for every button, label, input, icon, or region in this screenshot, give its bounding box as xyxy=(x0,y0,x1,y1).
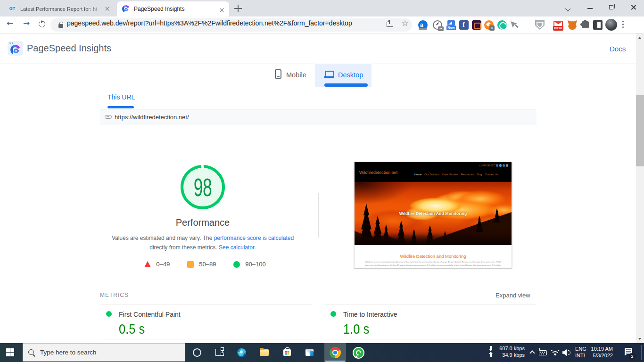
store-icon xyxy=(283,349,291,356)
share-icon[interactable] xyxy=(387,20,393,26)
facebook-extension-icon[interactable]: f xyxy=(459,20,469,30)
thumb-hero-title: Wildfire Detection And Monitoring xyxy=(355,211,512,216)
clicker-extension-icon[interactable] xyxy=(510,20,519,30)
taskbar-search[interactable] xyxy=(23,343,185,362)
back-button[interactable]: ← xyxy=(5,18,15,28)
docs-link[interactable]: Docs xyxy=(610,45,626,53)
page-scrollbar[interactable] xyxy=(636,33,644,343)
calc-link-1[interactable]: performance score is calculated xyxy=(214,235,294,241)
screen: GT Latest Performance Report for: ht Pag… xyxy=(0,0,644,362)
taskbar-clock[interactable]: 10:19 AM5/3/2022 xyxy=(587,346,613,359)
forward-button[interactable]: → xyxy=(22,18,31,28)
tab-mobile-label[interactable]: Mobile xyxy=(286,71,306,79)
profile-avatar[interactable] xyxy=(605,19,617,31)
task-view-button[interactable] xyxy=(207,343,230,362)
disclaimer-part2: directly from these metrics. xyxy=(149,244,219,251)
new-badge-extension-icon[interactable]: New xyxy=(446,20,456,30)
tab-close-icon[interactable] xyxy=(219,8,224,13)
a11y-extension-icon[interactable]: a xyxy=(418,20,428,30)
bookmark-star-icon[interactable]: ☆ xyxy=(400,17,410,29)
reader-extension-icon[interactable] xyxy=(593,20,603,30)
tab-close-icon[interactable] xyxy=(105,6,110,11)
vertical-divider xyxy=(318,193,319,238)
start-button[interactable] xyxy=(6,348,14,356)
thumb-nav-blog: Blog xyxy=(477,173,482,176)
new-tab-button[interactable] xyxy=(234,5,242,12)
scrollbar-down-icon[interactable] xyxy=(638,338,641,340)
legend-pass-range: 90–100 xyxy=(245,261,265,268)
notification-badge: 2 xyxy=(629,353,636,360)
see-calculator-link[interactable]: See calculator. xyxy=(219,244,256,251)
windows-taskbar: 607.0 kbps 34.9 kbps ENGINTL 10:19 AM5/3… xyxy=(0,343,644,362)
cortana-button[interactable] xyxy=(185,343,208,362)
speed-extension-icon[interactable]: -- xyxy=(433,20,442,30)
tab-this-url[interactable]: This URL xyxy=(107,93,135,101)
pagespeed-page: PageSpeed Insights Docs Mobile Desktop T… xyxy=(0,33,644,343)
this-url-indicator xyxy=(107,106,134,108)
store-button[interactable] xyxy=(275,343,298,362)
fcp-value: 0.5 s xyxy=(119,321,145,337)
window-close-button[interactable] xyxy=(630,4,636,10)
iorad-extension-icon[interactable] xyxy=(472,20,481,30)
legend-fail-range: 0–49 xyxy=(156,261,170,268)
pagespeed-favicon-icon xyxy=(122,5,130,13)
clock-date: 5/3/2022 xyxy=(587,352,613,359)
expand-view-button[interactable]: Expand view xyxy=(495,292,530,299)
scrollbar-up-icon[interactable] xyxy=(638,37,641,39)
file-explorer-icon xyxy=(260,349,269,356)
edge-button[interactable] xyxy=(230,343,253,362)
tab-gtmetrix-title: Latest Performance Report for: ht xyxy=(20,6,101,12)
fcp-label: First Contentful Paint xyxy=(119,311,181,318)
metamask-extension-icon[interactable] xyxy=(568,20,577,30)
tab-search-chevron-icon[interactable] xyxy=(566,6,570,10)
metrics-header: METRICS xyxy=(100,292,129,298)
chrome-taskbar-button[interactable] xyxy=(324,343,346,362)
window-restore-button[interactable] xyxy=(609,5,613,9)
performance-label[interactable]: Performance xyxy=(100,217,305,228)
shield-extension-icon[interactable] xyxy=(535,20,545,30)
tab-pagespeed-title: PageSpeed Insights xyxy=(134,6,184,12)
average-square-icon xyxy=(187,261,194,268)
language-indicator[interactable]: ENGINTL xyxy=(575,346,586,359)
whatsapp-button[interactable] xyxy=(353,347,364,359)
adblock-extension-icon[interactable]: 0 xyxy=(484,20,494,30)
site-screenshot-thumbnail[interactable]: Wildfiredetection.net +1 647-243-0972 Ho… xyxy=(354,162,512,268)
tab-gtmetrix[interactable]: GT Latest Performance Report for: ht xyxy=(5,0,113,16)
thumb-nav-home: Home xyxy=(414,173,421,176)
mobile-phone-icon xyxy=(275,69,281,79)
tab-pagespeed[interactable]: PageSpeed Insights xyxy=(117,1,229,16)
volume-icon[interactable] xyxy=(562,349,567,356)
touch-keyboard-icon[interactable] xyxy=(539,350,547,355)
grammarly-extension-icon[interactable] xyxy=(497,20,507,30)
extensions-puzzle-icon[interactable] xyxy=(582,21,589,28)
tray-expand-icon[interactable] xyxy=(529,350,535,355)
legend-pass: 90–100 xyxy=(233,261,265,268)
thumb-site-phone: +1 647-243-0972 xyxy=(479,165,495,167)
analyzed-url: https://wildfiredetection.net/ xyxy=(115,109,189,125)
reload-arrowhead-icon xyxy=(41,20,43,23)
scrollbar-thumb[interactable] xyxy=(636,95,644,166)
mail-extension-icon[interactable]: 8310 xyxy=(553,20,563,30)
desktop-laptop-icon xyxy=(324,71,334,78)
window-minimize-button[interactable] xyxy=(587,8,593,9)
browser-menu-icon[interactable] xyxy=(622,21,624,29)
analyzed-url-bar: https://wildfiredetection.net/ xyxy=(100,109,537,125)
disclaimer-part1: Values are estimated and may vary. The xyxy=(112,235,214,241)
gtmetrix-favicon-icon: GT xyxy=(8,5,16,12)
address-url[interactable]: pagespeed.web.dev/report?url=https%3A%2F… xyxy=(67,16,352,30)
taskbar-search-input[interactable] xyxy=(40,344,177,361)
upload-speed: 34.9 kbps xyxy=(494,352,525,358)
tab-desktop-label[interactable]: Desktop xyxy=(338,71,363,79)
mail-button[interactable] xyxy=(298,343,321,362)
whatsapp-icon xyxy=(355,349,362,356)
file-explorer-button[interactable] xyxy=(253,343,275,362)
cortana-icon xyxy=(193,348,201,357)
thumb-nav-case-studies: Case Studies xyxy=(442,173,458,176)
performance-gauge[interactable]: 98 xyxy=(181,165,225,209)
show-desktop-separator[interactable] xyxy=(641,345,642,360)
disclaimer-text: Values are estimated and may vary. The p… xyxy=(86,233,320,252)
link-icon xyxy=(105,115,112,119)
wifi-icon[interactable] xyxy=(551,349,560,356)
lock-icon[interactable] xyxy=(58,22,63,28)
desktop-tab-indicator xyxy=(324,83,368,87)
